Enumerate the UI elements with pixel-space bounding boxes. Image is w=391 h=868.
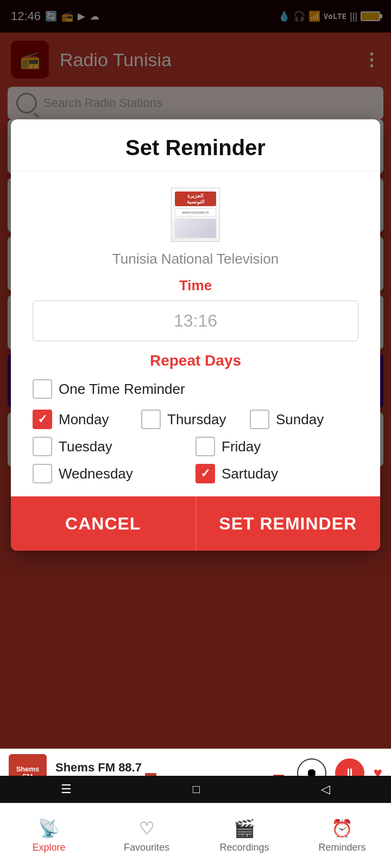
nav-reminders[interactable]: ⏰ Reminders <box>293 818 391 853</box>
nav-favourites[interactable]: ♡ Favourites <box>98 818 195 853</box>
thursday-label: Thursday <box>167 411 226 428</box>
modal-header: Set Reminder <box>11 119 380 171</box>
logo-bar-text: الجزيرةالتونسية <box>187 193 205 205</box>
monday-check-icon: ✓ <box>37 413 47 425</box>
sunday-item[interactable]: Sunday <box>250 410 358 429</box>
monday-label: Monday <box>59 411 109 428</box>
logo-website: www.tunisiatv.tn <box>182 210 209 214</box>
time-section-label: Time <box>33 277 358 294</box>
logo-bottom <box>175 219 216 238</box>
days-row-3: Wednesday ✓ Sartuday <box>33 464 358 483</box>
np-station-name: Shems FM 88.7 <box>55 761 288 775</box>
logo-white-strip: www.tunisiatv.tn <box>175 208 216 216</box>
thursday-checkbox[interactable] <box>141 410 161 429</box>
station-image-container: الجزيرةالتونسية www.tunisiatv.tn <box>33 188 358 242</box>
station-name: Tunisia National Television <box>33 251 358 267</box>
tuesday-label: Tuesday <box>59 438 112 455</box>
cancel-button[interactable]: CANCEL <box>11 496 195 551</box>
friday-label: Friday <box>222 438 261 455</box>
modal-title: Set Reminder <box>33 136 358 160</box>
explore-label: Explore <box>32 842 65 853</box>
sunday-label: Sunday <box>276 411 324 428</box>
modal-body: الجزيرةالتونسية www.tunisiatv.tn Tunisia… <box>11 171 380 496</box>
wednesday-label: Wednesday <box>59 465 133 482</box>
wednesday-checkbox[interactable] <box>33 464 52 483</box>
reminders-label: Reminders <box>318 842 365 853</box>
favourites-label: Favourites <box>124 842 169 853</box>
nav-recordings[interactable]: 🎬 Recordings <box>195 818 293 853</box>
saturday-check-icon: ✓ <box>200 468 210 480</box>
one-time-checkbox-item[interactable]: One Time Reminder <box>33 379 358 399</box>
one-time-checkbox[interactable] <box>33 379 52 399</box>
logo-red-bar: الجزيرةالتونسية <box>175 192 216 206</box>
explore-icon: 📡 <box>38 818 60 839</box>
saturday-item[interactable]: ✓ Sartuday <box>195 464 358 483</box>
recordings-icon: 🎬 <box>234 818 255 839</box>
android-nav-bar: ☰ □ ◁ <box>0 776 391 803</box>
android-back[interactable]: ◁ <box>321 782 330 796</box>
modal-footer: CANCEL SET REMINDER <box>11 496 380 551</box>
thursday-item[interactable]: Thursday <box>141 410 250 429</box>
time-value: 13:16 <box>174 311 217 330</box>
one-time-label: One Time Reminder <box>59 381 185 398</box>
set-reminder-modal: Set Reminder الجزيرةالتونسية www.tunisia… <box>11 119 380 551</box>
days-row-1: ✓ Monday Thursday Sunday <box>33 410 358 429</box>
repeat-days-label: Repeat Days <box>33 352 358 369</box>
android-back-list[interactable]: ☰ <box>61 782 72 796</box>
nav-explore[interactable]: 📡 Explore <box>0 818 98 853</box>
favourites-icon: ♡ <box>139 818 155 839</box>
station-image: الجزيرةالتونسية www.tunisiatv.tn <box>171 188 220 242</box>
recordings-label: Recordings <box>219 842 269 853</box>
tuesday-item[interactable]: Tuesday <box>33 437 195 456</box>
time-input[interactable]: 13:16 <box>33 301 358 341</box>
saturday-checkbox[interactable]: ✓ <box>195 464 215 483</box>
saturday-label: Sartuday <box>222 465 278 482</box>
friday-item[interactable]: Friday <box>195 437 358 456</box>
sunday-checkbox[interactable] <box>250 410 269 429</box>
set-reminder-button[interactable]: SET REMINDER <box>195 496 381 551</box>
friday-checkbox[interactable] <box>195 437 215 456</box>
tuesday-checkbox[interactable] <box>33 437 52 456</box>
bottom-nav: 📡 Explore ♡ Favourites 🎬 Recordings ⏰ Re… <box>0 803 391 868</box>
days-row-2: Tuesday Friday <box>33 437 358 456</box>
reminders-icon: ⏰ <box>331 818 353 839</box>
one-time-row: One Time Reminder <box>33 379 358 399</box>
monday-checkbox[interactable]: ✓ <box>33 410 52 429</box>
wednesday-item[interactable]: Wednesday <box>33 464 195 483</box>
android-home[interactable]: □ <box>193 782 200 796</box>
monday-item[interactable]: ✓ Monday <box>33 410 141 429</box>
modal-overlay: Set Reminder الجزيرةالتونسية www.tunisia… <box>0 0 391 868</box>
